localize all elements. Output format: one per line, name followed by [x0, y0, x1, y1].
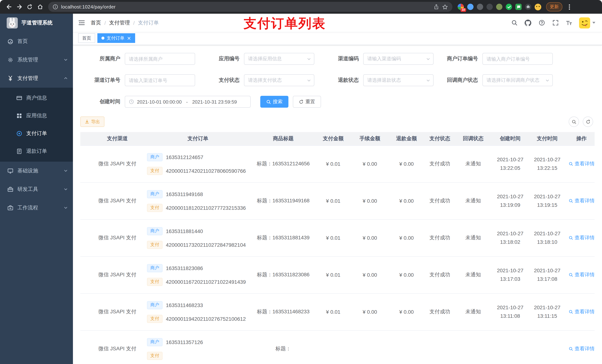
orders-table: 编号 支付渠道 支付订单 商品标题 支付金额 手续金额 退款金额 支付状态 回调…: [80, 132, 595, 364]
col-pay-amount: 支付金额: [315, 132, 352, 145]
cell-pay-status: 支付成功: [425, 219, 455, 256]
cell-pay-amount: [315, 330, 352, 364]
extension-olive-icon[interactable]: [496, 4, 502, 10]
channel-code-select[interactable]: 请输入渠道编码: [363, 53, 434, 65]
view-detail-link[interactable]: 查看详情: [569, 198, 595, 204]
view-detail-link[interactable]: 查看详情: [569, 309, 595, 315]
site-info-icon[interactable]: [53, 4, 58, 10]
create-time-range-picker[interactable]: 2021-10-01 00:00:00 - 2021-10-31 23:59:5…: [125, 96, 251, 108]
col-fee-amount: 手续金额: [352, 132, 388, 145]
close-icon[interactable]: [127, 36, 131, 40]
extension-check-icon[interactable]: [506, 4, 512, 10]
sidebar-item-system[interactable]: 系统管理: [0, 51, 73, 69]
view-detail-link[interactable]: 查看详情: [569, 271, 595, 278]
view-detail-link[interactable]: 查看详情: [569, 235, 595, 241]
sidebar-item-refund-order[interactable]: 退款订单: [0, 142, 73, 160]
merchant-tag: 商户: [147, 338, 162, 346]
cell-notify-status: 未通知: [455, 219, 492, 256]
help-icon[interactable]: [538, 19, 545, 26]
sidebar-item-devtools[interactable]: 研发工具: [0, 180, 73, 199]
browser-update-button[interactable]: 更新: [546, 2, 562, 11]
extension-gray-icon[interactable]: [477, 4, 483, 10]
chevron-down-icon: [592, 22, 595, 24]
chevron-down-icon: [307, 57, 311, 61]
cell-refund-amount: ¥ 0.00: [388, 219, 425, 256]
export-button[interactable]: 导出: [80, 116, 104, 127]
extension-colorful-icon[interactable]: 10: [458, 4, 464, 10]
cell-pay-status: 支付成功: [425, 182, 455, 219]
cell-pay-status: [425, 330, 455, 364]
font-size-icon[interactable]: [565, 19, 573, 26]
cell-notify-status: [455, 330, 492, 364]
cell-create-time: 2021-10-2713:17:03: [492, 256, 529, 293]
cell-channel: 微信 JSAPI 支付: [91, 145, 144, 182]
extension-chat-icon[interactable]: [515, 4, 522, 10]
tab-home[interactable]: 首页: [78, 33, 95, 43]
back-icon[interactable]: [4, 2, 14, 12]
browser-menu-icon[interactable]: [566, 2, 573, 12]
sidebar-item-infra[interactable]: 基础设施: [0, 162, 73, 180]
view-detail-link[interactable]: 查看详情: [569, 345, 595, 352]
bookmark-star-icon[interactable]: [442, 4, 448, 10]
forward-icon[interactable]: [14, 2, 24, 12]
share-icon[interactable]: [434, 4, 439, 10]
sidebar-item-workflow[interactable]: 工作流程: [0, 199, 73, 217]
toggle-search-button[interactable]: [569, 116, 579, 127]
cell-channel: 微信 JSAPI 支付: [91, 330, 144, 364]
col-pay-order: 支付订单: [144, 132, 252, 145]
sidebar-item-app-info[interactable]: 应用信息: [0, 107, 73, 125]
sidebar-item-payment[interactable]: 支付管理: [0, 69, 73, 88]
orders-table-wrap: 编号 支付渠道 支付订单 商品标题 支付金额 手续金额 退款金额 支付状态 回调…: [80, 132, 595, 364]
sidebar-item-home[interactable]: 首页: [0, 32, 73, 51]
extension-emoji-icon[interactable]: [535, 3, 541, 10]
breadcrumb-home[interactable]: 首页: [91, 20, 101, 26]
table-row: 20 微信 JSAPI 支付 商户 1635311949168 支付 42000…: [80, 182, 595, 219]
fullscreen-icon[interactable]: [552, 19, 559, 26]
callback-status-select[interactable]: 请选择订单回调商户状态: [483, 74, 553, 86]
tags-view-bar: 首页 支付订单: [73, 32, 602, 45]
url-text[interactable]: localhost:1024/pay/order: [61, 4, 430, 10]
search-icon: [569, 162, 573, 166]
toolbox-icon: [7, 187, 13, 192]
address-bar[interactable]: localhost:1024/pay/order: [48, 2, 452, 12]
field-label: 渠道订单号: [80, 77, 125, 83]
refresh-list-button[interactable]: [583, 116, 593, 127]
pay-status-select[interactable]: 请选择支付状态: [244, 74, 314, 86]
user-menu[interactable]: [579, 17, 595, 28]
search-button[interactable]: 搜索: [260, 96, 288, 108]
cell-title: 标题：1635311823086: [252, 256, 315, 293]
breadcrumb-payment[interactable]: 支付管理: [109, 20, 130, 26]
cell-id: 17: [80, 293, 91, 330]
col-title: 商品标题: [252, 132, 315, 145]
cell-title: 标题：1635311468233: [252, 293, 315, 330]
cell-create-time: 2021-10-2713:11:08: [492, 293, 529, 330]
cell-actions: 查看详情: [566, 219, 595, 256]
view-detail-link[interactable]: 查看详情: [569, 161, 595, 167]
search-icon[interactable]: [511, 19, 518, 26]
sidebar-item-merchant-info[interactable]: 商户信息: [0, 89, 73, 107]
app-logo[interactable]: 芋道管理系统: [0, 14, 73, 32]
app-no-select[interactable]: 请选择应用信息: [244, 53, 314, 65]
extension-drop-icon[interactable]: [467, 4, 473, 10]
home-icon[interactable]: [35, 2, 45, 12]
sidebar-item-pay-order[interactable]: 支付订单: [0, 125, 73, 142]
refund-status-select[interactable]: 请选择退款状态: [363, 74, 434, 86]
tab-pay-order[interactable]: 支付订单: [97, 33, 135, 43]
cell-channel: 微信 JSAPI 支付: [91, 256, 144, 293]
belong-merchant-input[interactable]: [125, 53, 195, 65]
reload-icon[interactable]: [24, 2, 35, 12]
extension-dark-icon[interactable]: [486, 4, 493, 10]
reset-button[interactable]: 重置: [293, 96, 321, 108]
merchant-tag: 商户: [147, 153, 162, 161]
channel-order-no-input[interactable]: [125, 74, 195, 86]
github-icon[interactable]: [524, 19, 532, 26]
cell-id: 18: [80, 256, 91, 293]
refresh-icon: [299, 99, 304, 104]
cell-notify-status: 未通知: [455, 182, 492, 219]
sidebar-toggle-icon[interactable]: [78, 19, 85, 26]
col-create-time: 创建时间: [492, 132, 529, 145]
cell-fee-amount: ¥ 0.00: [352, 219, 388, 256]
extensions-puzzle-icon[interactable]: [525, 4, 531, 10]
extension-badge: 10: [461, 8, 466, 12]
merchant-order-no-input[interactable]: [483, 53, 553, 65]
